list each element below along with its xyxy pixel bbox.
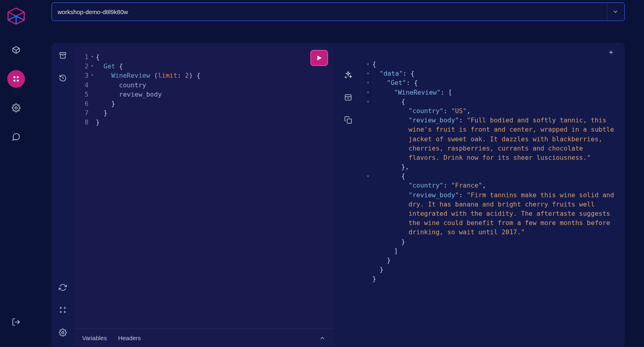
- svg-point-4: [15, 107, 17, 109]
- result-line: },: [367, 162, 615, 171]
- panels: 1▾{2▾ Get {3▾ WineReview (limit: 2) {4 c…: [74, 43, 625, 347]
- nav-grid-icon[interactable]: [7, 70, 25, 88]
- code-line: 6 }: [80, 99, 326, 108]
- workspace: 1▾{2▾ Get {3▾ WineReview (limit: 2) {4 c…: [52, 43, 625, 347]
- archive-icon[interactable]: [55, 48, 71, 64]
- result-panel: ▾{▾"data": {▾"Get": {▾"WineReview": [▾{"…: [363, 45, 622, 347]
- svg-point-1: [17, 76, 19, 78]
- result-line: }: [367, 237, 615, 246]
- result-line: "review_body": "Full bodied and softly t…: [367, 116, 615, 162]
- tab-headers[interactable]: Headers: [118, 335, 141, 341]
- add-tab-icon[interactable]: [606, 48, 616, 57]
- result-line: }: [367, 256, 615, 265]
- query-panel: 1▾{2▾ Get {3▾ WineReview (limit: 2) {4 c…: [74, 45, 334, 347]
- instance-selector[interactable]: workshop-demo-d8l9k80w: [52, 2, 625, 21]
- svg-marker-9: [318, 56, 322, 60]
- result-line: ▾{: [367, 60, 615, 69]
- result-line: ▾"Get": {: [367, 78, 615, 87]
- result-line: "country": "US",: [367, 106, 615, 116]
- result-line: ▾{: [367, 171, 615, 181]
- nav-rail: [0, 0, 32, 347]
- result-line: ]: [367, 246, 615, 256]
- svg-point-0: [13, 76, 15, 78]
- query-tool-column: [52, 43, 74, 347]
- main-area: workshop-demo-d8l9k80w: [32, 0, 644, 347]
- svg-point-8: [62, 332, 64, 334]
- svg-rect-6: [60, 53, 66, 54]
- code-line: 1▾{: [80, 52, 326, 62]
- result-line: }: [367, 265, 615, 274]
- logout-icon[interactable]: [7, 313, 25, 331]
- nav-cube-icon[interactable]: [7, 41, 25, 59]
- sparkle-icon[interactable]: [341, 68, 355, 82]
- svg-rect-10: [345, 95, 351, 100]
- refresh-icon[interactable]: [55, 279, 71, 295]
- nav-primary: [7, 41, 25, 146]
- result-line: ▾"WineReview": [: [367, 88, 615, 97]
- nav-chat-icon[interactable]: [7, 128, 25, 146]
- code-line: 7 }: [80, 108, 326, 118]
- code-line: 5 review_body: [80, 90, 326, 99]
- code-line: 3▾ WineReview (limit: 2) {: [80, 71, 326, 80]
- svg-point-3: [17, 80, 19, 82]
- result-line: "review_body": "Firm tannins make this w…: [367, 190, 615, 237]
- history-icon[interactable]: [55, 70, 71, 86]
- header-bar: workshop-demo-d8l9k80w: [32, 0, 644, 23]
- util-column: [339, 45, 358, 347]
- result-line: ▾{: [367, 97, 615, 106]
- settings-icon[interactable]: [55, 324, 71, 341]
- tab-variables[interactable]: Variables: [82, 335, 107, 341]
- copy-icon[interactable]: [341, 113, 355, 127]
- instance-name: workshop-demo-d8l9k80w: [58, 8, 128, 15]
- layout-icon[interactable]: [341, 90, 355, 105]
- svg-rect-13: [347, 119, 352, 124]
- keyboard-icon[interactable]: [55, 302, 71, 318]
- result-viewer[interactable]: ▾{▾"data": {▾"Get": {▾"WineReview": [▾{"…: [363, 60, 622, 347]
- run-button[interactable]: [310, 50, 328, 66]
- nav-gear-icon[interactable]: [7, 99, 25, 117]
- query-editor[interactable]: 1▾{2▾ Get {3▾ WineReview (limit: 2) {4 c…: [74, 45, 334, 328]
- chevron-up-icon[interactable]: [319, 335, 326, 341]
- chevron-down-icon[interactable]: [607, 3, 619, 21]
- code-line: 8}: [80, 118, 326, 127]
- result-line: }: [367, 274, 615, 283]
- query-footer: Variables Headers: [74, 328, 334, 347]
- code-line: 2▾ Get {: [80, 62, 326, 71]
- svg-point-2: [13, 80, 15, 82]
- result-line: "country": "France",: [367, 181, 615, 190]
- result-line: ▾"data": {: [367, 69, 615, 78]
- code-line: 4 country: [80, 81, 326, 90]
- weaviate-logo: [6, 7, 26, 25]
